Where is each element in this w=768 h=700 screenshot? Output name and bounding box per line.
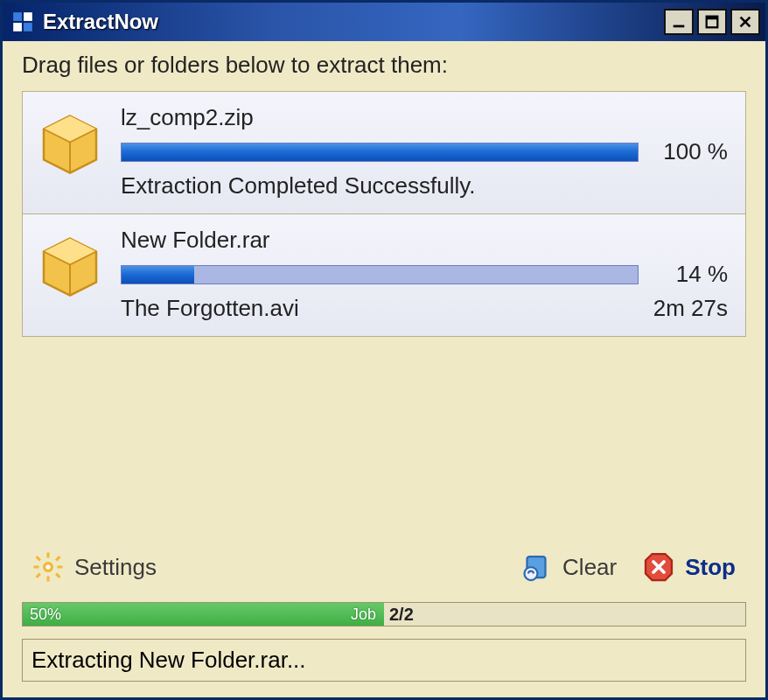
titlebar[interactable]: ExtractNow: [3, 3, 765, 41]
file-list[interactable]: lz_comp2.zip 100 % Extraction Completed …: [22, 91, 746, 337]
progress-fill: [122, 144, 638, 161]
file-body: lz_comp2.zip 100 % Extraction Completed …: [121, 104, 728, 200]
file-item[interactable]: lz_comp2.zip 100 % Extraction Completed …: [23, 92, 745, 214]
settings-button[interactable]: Settings: [25, 548, 164, 586]
progress-fill: [122, 266, 194, 284]
svg-rect-9: [47, 577, 50, 582]
overall-progress-fill: [23, 603, 384, 626]
status-text: The Forgotten.avi: [121, 295, 299, 322]
stop-button[interactable]: Stop: [636, 548, 743, 586]
status-bar: Extracting New Folder.rar...: [22, 639, 746, 682]
status-row: Extraction Completed Successfully.: [121, 172, 728, 200]
archive-icon: [35, 232, 105, 302]
svg-rect-10: [34, 566, 39, 569]
toolbar: Settings Clear: [22, 530, 746, 602]
settings-label: Settings: [74, 554, 157, 581]
svg-point-18: [525, 567, 538, 580]
gear-icon: [32, 551, 64, 583]
time-text: 2m 27s: [653, 295, 728, 322]
percent-label: 14 %: [653, 261, 728, 288]
file-name: lz_comp2.zip: [121, 104, 728, 131]
svg-rect-6: [707, 17, 718, 20]
svg-rect-14: [55, 556, 60, 561]
svg-rect-15: [36, 573, 41, 578]
instructions-label: Drag files or folders below to extract t…: [22, 52, 746, 79]
clear-button[interactable]: Clear: [513, 548, 624, 586]
spacer: [22, 337, 746, 530]
window-buttons: [664, 9, 760, 35]
progress-bar: [121, 143, 639, 162]
clear-label: Clear: [562, 554, 617, 581]
app-title: ExtractNow: [43, 10, 664, 34]
progress-row: 100 %: [121, 138, 728, 165]
progress-row: 14 %: [121, 261, 728, 288]
app-window: ExtractNow Drag files or folders below t…: [0, 0, 768, 700]
clear-icon: [520, 551, 552, 583]
status-message: Extracting New Folder.rar...: [31, 647, 306, 673]
close-button[interactable]: [730, 9, 760, 35]
status-text: Extraction Completed Successfully.: [121, 172, 476, 200]
svg-rect-0: [13, 12, 22, 21]
overall-percent-label: 50%: [30, 606, 61, 624]
progress-bar: [121, 265, 639, 284]
file-body: New Folder.rar 14 % The Forgotten.avi 2m…: [121, 227, 728, 322]
status-row: The Forgotten.avi 2m 27s: [121, 295, 728, 322]
svg-rect-11: [58, 566, 63, 569]
svg-rect-8: [47, 553, 50, 558]
minimize-button[interactable]: [664, 9, 694, 35]
svg-rect-12: [36, 556, 41, 561]
svg-point-16: [45, 564, 50, 569]
overall-progress-bar: 50% Job 2/2: [22, 602, 746, 626]
svg-rect-13: [55, 573, 60, 578]
svg-rect-3: [24, 23, 32, 32]
job-label: Job: [351, 606, 376, 624]
svg-rect-1: [24, 12, 32, 21]
stop-icon: [643, 551, 674, 583]
maximize-button[interactable]: [697, 9, 727, 35]
client-area: Drag files or folders below to extract t…: [3, 41, 765, 697]
stop-label: Stop: [685, 554, 736, 581]
svg-rect-2: [13, 23, 22, 32]
app-icon: [11, 10, 34, 33]
svg-rect-4: [674, 25, 685, 28]
archive-icon: [35, 109, 105, 179]
job-count: 2/2: [389, 605, 414, 625]
file-item[interactable]: New Folder.rar 14 % The Forgotten.avi 2m…: [23, 214, 745, 337]
percent-label: 100 %: [653, 138, 728, 165]
file-name: New Folder.rar: [121, 227, 728, 254]
